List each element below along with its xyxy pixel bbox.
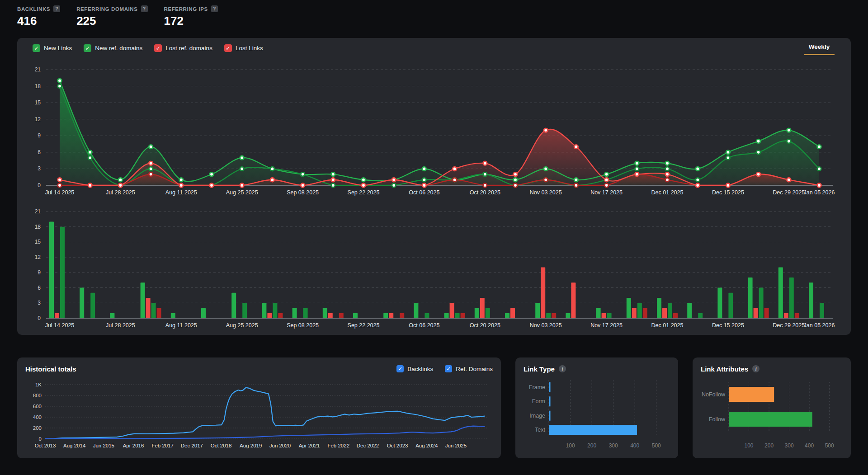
svg-text:12: 12 <box>35 254 41 260</box>
checkbox-checked-icon[interactable]: ✓ <box>33 44 40 52</box>
tab-active-underline <box>804 54 835 55</box>
svg-text:Dec 29 2025: Dec 29 2025 <box>773 322 805 329</box>
svg-text:Jul 14 2025: Jul 14 2025 <box>45 189 75 196</box>
weekly-legend: ✓ New Links ✓ New ref. domains ✓ Lost re… <box>33 44 263 52</box>
svg-text:Feb 2022: Feb 2022 <box>327 443 349 448</box>
historical-totals-chart: 02004006008001KOct 2013Aug 2014Jun 2015A… <box>25 377 493 451</box>
svg-text:Jul 28 2025: Jul 28 2025 <box>106 322 135 329</box>
stat-referring-domains-label: REFERRING DOMAINS <box>76 6 137 12</box>
svg-text:400: 400 <box>630 442 639 449</box>
svg-text:Oct 2013: Oct 2013 <box>35 443 56 448</box>
svg-text:Aug 2024: Aug 2024 <box>415 443 438 448</box>
legend-item-new-links[interactable]: ✓ New Links <box>33 44 72 52</box>
svg-text:Apr 2021: Apr 2021 <box>299 443 320 448</box>
link-attributes-panel: Link Attributes i 100200300400500NoFollo… <box>693 357 851 458</box>
historical-totals-panel: Historical totals ✓ Backlinks ✓ Ref. Dom… <box>17 357 501 458</box>
svg-text:12: 12 <box>35 116 41 122</box>
svg-text:Oct 20 2025: Oct 20 2025 <box>470 322 500 329</box>
svg-text:9: 9 <box>38 132 41 139</box>
stat-backlinks-value: 416 <box>17 14 60 28</box>
stat-backlinks: BACKLINKS ? 416 <box>17 5 60 28</box>
svg-text:18: 18 <box>35 83 41 89</box>
svg-text:Aug 25 2025: Aug 25 2025 <box>226 189 258 196</box>
svg-text:Dec 01 2025: Dec 01 2025 <box>651 189 684 196</box>
checkbox-checked-icon[interactable]: ✓ <box>84 44 91 52</box>
weekly-bar-chart: 036912151821Jul 14 2025Jul 28 2025Aug 11… <box>17 204 851 332</box>
checkbox-checked-icon[interactable]: ✓ <box>154 44 162 52</box>
svg-text:Oct 06 2025: Oct 06 2025 <box>409 322 439 329</box>
svg-text:Aug 2019: Aug 2019 <box>240 443 262 448</box>
svg-text:600: 600 <box>33 404 42 409</box>
legend-item-new-ref-domains[interactable]: ✓ New ref. domains <box>84 44 142 52</box>
svg-text:0: 0 <box>38 315 41 321</box>
svg-text:3: 3 <box>38 165 41 172</box>
svg-text:9: 9 <box>38 269 41 276</box>
svg-text:18: 18 <box>35 224 41 230</box>
legend-item-backlinks[interactable]: ✓ Backlinks <box>396 365 433 372</box>
svg-text:6: 6 <box>38 149 41 155</box>
svg-text:Oct 2023: Oct 2023 <box>387 443 408 448</box>
legend-item-lost-ref-domains[interactable]: ✓ Lost ref. domains <box>154 44 212 52</box>
historical-totals-title: Historical totals <box>25 365 76 373</box>
tab-weekly[interactable]: Weekly <box>804 43 835 55</box>
svg-text:Aug 11 2025: Aug 11 2025 <box>165 189 197 196</box>
checkbox-checked-icon[interactable]: ✓ <box>224 44 232 52</box>
checkbox-checked-icon[interactable]: ✓ <box>396 365 404 372</box>
svg-text:Sep 22 2025: Sep 22 2025 <box>348 322 380 329</box>
svg-text:Dec 29 2025: Dec 29 2025 <box>773 189 805 196</box>
weekly-line-chart: 036912151821Jul 14 2025Jul 28 2025Aug 11… <box>17 60 851 199</box>
svg-text:Dec 2022: Dec 2022 <box>357 443 379 448</box>
top-stats-row: BACKLINKS ? 416 REFERRING DOMAINS ? 225 … <box>0 0 868 28</box>
svg-text:Dec 01 2025: Dec 01 2025 <box>651 322 684 329</box>
svg-text:Dec 15 2025: Dec 15 2025 <box>712 322 744 329</box>
svg-text:Oct 2018: Oct 2018 <box>211 443 232 448</box>
stat-referring-ips-value: 172 <box>164 14 218 28</box>
svg-text:0: 0 <box>39 436 42 442</box>
stat-backlinks-label: BACKLINKS <box>17 6 50 12</box>
weekly-charts-panel: ✓ New Links ✓ New ref. domains ✓ Lost re… <box>17 38 851 335</box>
svg-text:3: 3 <box>38 300 41 306</box>
stat-referring-domains: REFERRING DOMAINS ? 225 <box>76 5 147 28</box>
svg-text:21: 21 <box>35 208 41 215</box>
svg-text:400: 400 <box>33 414 42 420</box>
legend-item-lost-links[interactable]: ✓ Lost Links <box>224 44 263 52</box>
svg-text:500: 500 <box>652 442 661 449</box>
svg-text:Nov 03 2025: Nov 03 2025 <box>530 189 562 196</box>
svg-text:200: 200 <box>33 425 42 431</box>
checkbox-checked-icon[interactable]: ✓ <box>445 365 452 372</box>
svg-text:Jan 05 2026: Jan 05 2026 <box>804 189 835 196</box>
svg-text:6: 6 <box>38 285 41 291</box>
svg-text:200: 200 <box>587 442 596 449</box>
svg-text:Nov 03 2025: Nov 03 2025 <box>530 322 562 329</box>
question-mark-icon[interactable]: ? <box>211 5 218 12</box>
svg-text:300: 300 <box>609 442 618 449</box>
svg-text:Jun 2015: Jun 2015 <box>93 443 114 448</box>
svg-text:Jan 05 2026: Jan 05 2026 <box>804 322 835 329</box>
svg-text:800: 800 <box>33 393 42 398</box>
svg-text:Aug 2014: Aug 2014 <box>63 443 86 448</box>
svg-text:Frame: Frame <box>529 384 545 390</box>
svg-text:Jul 28 2025: Jul 28 2025 <box>106 189 135 196</box>
link-attributes-title: Link Attributes <box>701 365 748 373</box>
svg-text:15: 15 <box>35 239 41 245</box>
svg-text:21: 21 <box>35 66 41 73</box>
svg-text:Jun 2020: Jun 2020 <box>269 443 291 448</box>
svg-text:Sep 08 2025: Sep 08 2025 <box>287 189 319 196</box>
svg-text:Form: Form <box>532 398 545 404</box>
svg-text:Dec 2017: Dec 2017 <box>181 443 203 448</box>
link-type-panel: Link Type i 100200300400500FrameFormImag… <box>515 357 678 458</box>
svg-text:15: 15 <box>35 99 41 106</box>
legend-item-ref-domains[interactable]: ✓ Ref. Domains <box>445 365 493 372</box>
svg-text:Image: Image <box>529 413 545 419</box>
svg-text:Nov 17 2025: Nov 17 2025 <box>590 189 623 196</box>
svg-text:Jul 14 2025: Jul 14 2025 <box>45 322 75 329</box>
stat-referring-ips-label: REFERRING IPS <box>164 6 208 12</box>
stat-referring-domains-value: 225 <box>76 14 147 28</box>
svg-text:Jun 2025: Jun 2025 <box>445 443 467 448</box>
question-mark-icon[interactable]: ? <box>141 5 148 12</box>
link-type-chart: 100200300400500FrameFormImageText <box>524 376 670 450</box>
question-mark-icon[interactable]: ? <box>53 5 60 12</box>
svg-text:NoFollow: NoFollow <box>702 391 726 398</box>
info-icon[interactable]: i <box>559 365 566 372</box>
info-icon[interactable]: i <box>752 365 760 372</box>
